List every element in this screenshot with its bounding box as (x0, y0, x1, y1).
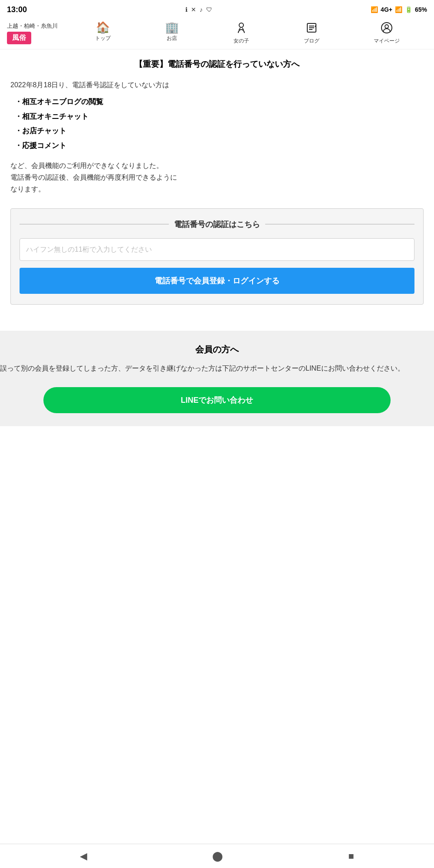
battery-icon: 🔋 (405, 6, 412, 13)
bottom-spacer (0, 426, 434, 457)
girl-icon (235, 22, 247, 36)
battery-level: 65% (415, 6, 427, 13)
bottom-nav: ◀ ⬤ ■ (0, 844, 434, 868)
nav-item-blog[interactable]: ブログ (299, 20, 324, 46)
auth-section: 電話番号の認証はこちら 電話番号で会員登録・ログインする (10, 208, 424, 305)
phone-input[interactable] (20, 238, 414, 261)
blog-icon (306, 22, 318, 36)
nav-label-girls: 女の子 (233, 37, 249, 45)
signal-bars: 📶 (395, 6, 402, 13)
mypage-icon (381, 22, 393, 36)
home-button[interactable]: ⬤ (204, 847, 232, 865)
nav-item-girls[interactable]: 女の子 (229, 20, 253, 46)
signal-icon: 📶 (371, 6, 378, 13)
nav-item-top[interactable]: 🏠 トップ (91, 20, 115, 46)
nav-item-mypage[interactable]: マイページ (369, 20, 404, 46)
nav-items: 🏠 トップ 🏢 お店 女の子 (68, 20, 427, 46)
register-button[interactable]: 電話番号で会員登録・ログインする (20, 268, 414, 294)
list-item: 相互オキニチャット (15, 111, 424, 122)
svg-point-0 (239, 23, 243, 27)
svg-point-7 (385, 25, 388, 28)
nav-label-top: トップ (95, 35, 111, 42)
notice-body: など、会員機能のご利用ができなくなりました。電話番号の認証後、会員機能が再度利用… (10, 160, 424, 195)
auth-section-title: 電話番号の認証はこちら (174, 219, 260, 230)
cross-icon: ✕ (191, 6, 196, 13)
status-bar: 13:00 ℹ ✕ ♪ 🛡 📶 4G+ 📶 🔋 65% (0, 0, 434, 17)
list-item: 応援コメント (15, 140, 424, 151)
list-item: お店チャット (15, 125, 424, 137)
shield-icon: 🛡 (206, 6, 212, 13)
line-button[interactable]: LINEでお問い合わせ (43, 387, 391, 413)
status-network: 📶 4G+ 📶 🔋 65% (371, 6, 427, 13)
nav-header: 上越・柏崎・糸魚川 風俗 🏠 トップ 🏢 お店 女の子 (0, 17, 434, 49)
home-icon: 🏠 (96, 22, 110, 33)
sound-icon: ♪ (200, 6, 203, 13)
status-time: 13:00 (7, 5, 27, 14)
nav-label-mypage: マイページ (374, 37, 400, 45)
status-icons: ℹ ✕ ♪ 🛡 (185, 6, 212, 13)
recents-button[interactable]: ■ (340, 847, 363, 865)
notice-title: 【重要】電話番号の認証を行っていない方へ (10, 58, 424, 71)
main-content: 【重要】電話番号の認証を行っていない方へ 2022年8月18日り、電話番号認証を… (0, 49, 434, 331)
nav-label-blog: ブログ (304, 37, 319, 45)
nav-brand: 上越・柏崎・糸魚川 風俗 (7, 22, 59, 44)
notice-intro: 2022年8月18日り、電話番号認証をしていない方は (10, 79, 424, 91)
auth-section-title-wrap: 電話番号の認証はこちら (20, 219, 414, 230)
network-type: 4G+ (381, 6, 392, 13)
nav-region: 上越・柏崎・糸魚川 (7, 22, 58, 30)
list-item: 相互オキニブログの閲覧 (15, 96, 424, 108)
member-body: 誤って別の会員を登録してしまった方、データを引き継げなかった方は下記のサポートセ… (0, 362, 434, 374)
member-title: 会員の方へ (0, 344, 434, 355)
title-line-right (265, 224, 414, 224)
nav-badge: 風俗 (7, 32, 31, 44)
shop-icon: 🏢 (165, 22, 179, 33)
notice-list: 相互オキニブログの閲覧 相互オキニチャット お店チャット 応援コメント (10, 96, 424, 151)
nav-label-shop: お店 (167, 35, 177, 42)
nav-item-shop[interactable]: 🏢 お店 (161, 20, 183, 46)
info-icon: ℹ (185, 6, 187, 13)
back-button[interactable]: ◀ (71, 847, 96, 865)
member-section: 会員の方へ 誤って別の会員を登録してしまった方、データを引き継げなかった方は下記… (0, 331, 434, 426)
title-line-left (20, 224, 169, 224)
